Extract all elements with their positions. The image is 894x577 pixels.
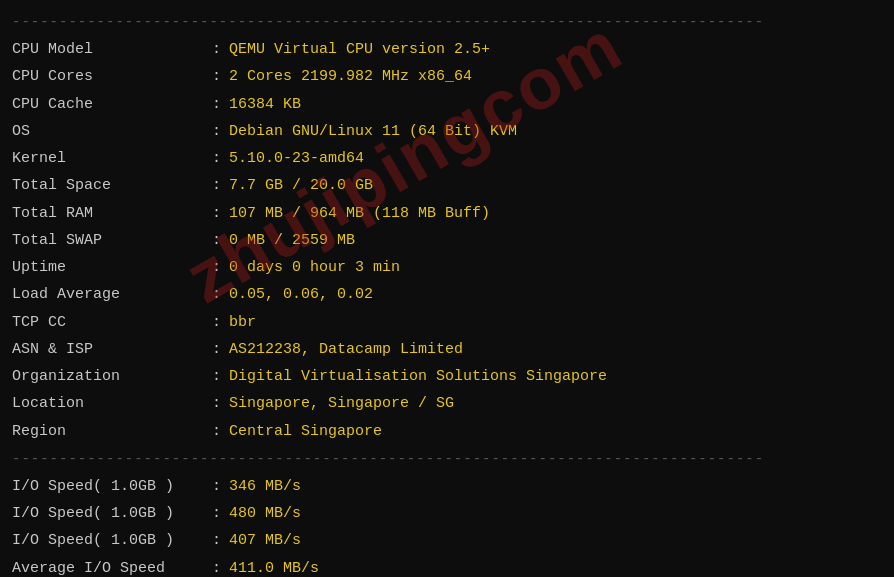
row-label: Organization: [12, 365, 212, 388]
row-colon: :: [212, 283, 221, 306]
row-colon: :: [212, 229, 221, 252]
row-value: 5.10.0-23-amd64: [229, 147, 364, 170]
row-label: ASN & ISP: [12, 338, 212, 361]
row-label: CPU Model: [12, 38, 212, 61]
row-value: Debian GNU/Linux 11 (64 Bit) KVM: [229, 120, 517, 143]
info-row: Uptime: 0 days 0 hour 3 min: [12, 254, 882, 281]
io-row: Average I/O Speed: 411.0 MB/s: [12, 555, 882, 578]
row-label: Kernel: [12, 147, 212, 170]
row-value: Digital Virtualisation Solutions Singapo…: [229, 365, 607, 388]
row-colon: :: [212, 93, 221, 116]
info-row: Total Space: 7.7 GB / 20.0 GB: [12, 172, 882, 199]
row-label: Uptime: [12, 256, 212, 279]
io-colon: :: [212, 529, 221, 552]
io-colon: :: [212, 502, 221, 525]
row-value: 0 MB / 2559 MB: [229, 229, 355, 252]
row-value: 0.05, 0.06, 0.02: [229, 283, 373, 306]
row-colon: :: [212, 202, 221, 225]
io-label: I/O Speed( 1.0GB ): [12, 529, 212, 552]
mid-divider: ----------------------------------------…: [12, 451, 882, 467]
row-colon: :: [212, 420, 221, 443]
row-colon: :: [212, 147, 221, 170]
info-row: Location: Singapore, Singapore / SG: [12, 390, 882, 417]
row-value: 16384 KB: [229, 93, 301, 116]
system-info-section: CPU Model: QEMU Virtual CPU version 2.5+…: [12, 36, 882, 445]
io-row: I/O Speed( 1.0GB ): 407 MB/s: [12, 527, 882, 554]
row-value: AS212238, Datacamp Limited: [229, 338, 463, 361]
row-value: Singapore, Singapore / SG: [229, 392, 454, 415]
row-colon: :: [212, 256, 221, 279]
row-colon: :: [212, 338, 221, 361]
row-label: Total RAM: [12, 202, 212, 225]
io-value: 411.0 MB/s: [229, 557, 319, 578]
io-label: I/O Speed( 1.0GB ): [12, 502, 212, 525]
io-label: I/O Speed( 1.0GB ): [12, 475, 212, 498]
info-row: TCP CC: bbr: [12, 309, 882, 336]
row-colon: :: [212, 311, 221, 334]
row-value: 7.7 GB / 20.0 GB: [229, 174, 373, 197]
info-row: ASN & ISP: AS212238, Datacamp Limited: [12, 336, 882, 363]
row-label: Load Average: [12, 283, 212, 306]
io-colon: :: [212, 475, 221, 498]
info-row: OS: Debian GNU/Linux 11 (64 Bit) KVM: [12, 118, 882, 145]
row-colon: :: [212, 120, 221, 143]
row-label: CPU Cores: [12, 65, 212, 88]
row-label: CPU Cache: [12, 93, 212, 116]
row-colon: :: [212, 365, 221, 388]
info-row: Region: Central Singapore: [12, 418, 882, 445]
row-label: Total Space: [12, 174, 212, 197]
row-label: OS: [12, 120, 212, 143]
row-colon: :: [212, 65, 221, 88]
info-row: Total RAM: 107 MB / 964 MB (118 MB Buff): [12, 200, 882, 227]
row-label: Total SWAP: [12, 229, 212, 252]
row-label: TCP CC: [12, 311, 212, 334]
io-speed-section: I/O Speed( 1.0GB ): 346 MB/sI/O Speed( 1…: [12, 473, 882, 577]
info-row: CPU Cores: 2 Cores 2199.982 MHz x86_64: [12, 63, 882, 90]
io-label: Average I/O Speed: [12, 557, 212, 578]
info-row: Organization: Digital Virtualisation Sol…: [12, 363, 882, 390]
info-row: CPU Model: QEMU Virtual CPU version 2.5+: [12, 36, 882, 63]
row-value: 2 Cores 2199.982 MHz x86_64: [229, 65, 472, 88]
row-colon: :: [212, 392, 221, 415]
info-row: Kernel: 5.10.0-23-amd64: [12, 145, 882, 172]
info-row: Load Average: 0.05, 0.06, 0.02: [12, 281, 882, 308]
row-value: bbr: [229, 311, 256, 334]
top-divider: ----------------------------------------…: [12, 14, 882, 30]
row-label: Location: [12, 392, 212, 415]
row-value: Central Singapore: [229, 420, 382, 443]
info-row: Total SWAP: 0 MB / 2559 MB: [12, 227, 882, 254]
io-colon: :: [212, 557, 221, 578]
io-value: 346 MB/s: [229, 475, 301, 498]
row-value: 0 days 0 hour 3 min: [229, 256, 400, 279]
row-colon: :: [212, 174, 221, 197]
io-row: I/O Speed( 1.0GB ): 480 MB/s: [12, 500, 882, 527]
row-value: 107 MB / 964 MB (118 MB Buff): [229, 202, 490, 225]
io-row: I/O Speed( 1.0GB ): 346 MB/s: [12, 473, 882, 500]
io-value: 407 MB/s: [229, 529, 301, 552]
io-value: 480 MB/s: [229, 502, 301, 525]
row-label: Region: [12, 420, 212, 443]
row-colon: :: [212, 38, 221, 61]
info-row: CPU Cache: 16384 KB: [12, 91, 882, 118]
row-value: QEMU Virtual CPU version 2.5+: [229, 38, 490, 61]
